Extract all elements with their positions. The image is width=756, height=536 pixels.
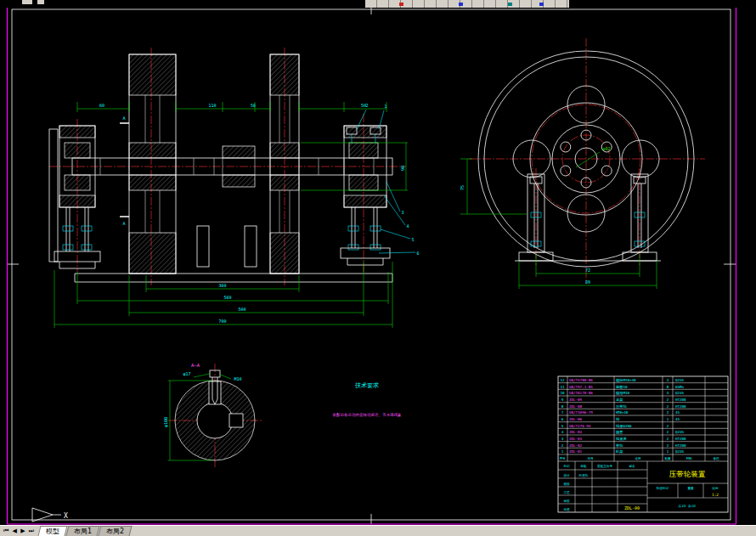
svg-text:10: 10 bbox=[560, 391, 565, 395]
section-label: A bbox=[122, 221, 125, 226]
titleblock-label: 重量 bbox=[687, 486, 694, 490]
section-label: A bbox=[122, 116, 125, 121]
drawing-number: ZDL-00 bbox=[624, 505, 640, 511]
svg-text:带轮: 带轮 bbox=[616, 443, 623, 448]
part-balloon: 1 bbox=[384, 104, 386, 109]
svg-text:ZDL-09: ZDL-09 bbox=[569, 398, 583, 402]
dimension-label: φ62 bbox=[602, 146, 610, 152]
selection-lines bbox=[8, 0, 736, 524]
dimension-label: 700 bbox=[218, 319, 226, 324]
bom-header: 材料 bbox=[685, 457, 692, 460]
notes-line: 装配后各运动件应转动灵活、无卡滞现象 bbox=[333, 412, 403, 417]
scale-value: 1:2 bbox=[712, 493, 719, 497]
svg-text:Q235: Q235 bbox=[675, 449, 685, 454]
sheet-frame bbox=[7, 4, 736, 524]
sheet-count: 共1张 第1张 bbox=[679, 505, 697, 508]
svg-text:Q235: Q235 bbox=[675, 430, 685, 434]
titleblock-label: 工艺 bbox=[563, 491, 570, 494]
svg-text:GB/T1096-79: GB/T1096-79 bbox=[569, 410, 593, 415]
svg-text:ZDL-03: ZDL-03 bbox=[569, 437, 583, 441]
titleblock-label: 审核 bbox=[563, 499, 570, 503]
svg-text:ZDL-04: ZDL-04 bbox=[569, 430, 583, 434]
tab-layout2[interactable]: 布局2 bbox=[99, 526, 133, 536]
svg-text:Q235: Q235 bbox=[675, 391, 685, 395]
ucs-icon: X bbox=[32, 508, 68, 522]
tab-nav-arrows[interactable]: ⏮ ◀ ▶ ⏭ bbox=[3, 526, 35, 536]
svg-text:轴: 轴 bbox=[616, 417, 619, 421]
svg-text:ZDL-08: ZDL-08 bbox=[569, 404, 583, 409]
svg-text:1: 1 bbox=[561, 449, 564, 454]
titleblock-label: 批准 bbox=[563, 508, 570, 511]
titleblock-label: 阶段标记 bbox=[657, 486, 669, 490]
dimension-label: φ17 bbox=[183, 371, 190, 377]
svg-text:8: 8 bbox=[667, 385, 669, 389]
svg-text:垫圈10: 垫圈10 bbox=[616, 385, 628, 389]
svg-text:HT200: HT200 bbox=[675, 398, 686, 402]
ucs-axis-label: X bbox=[64, 512, 68, 520]
svg-text:GB/T5780-86: GB/T5780-86 bbox=[569, 378, 593, 382]
bom-header: 数量 bbox=[664, 457, 671, 460]
toolbar-button[interactable] bbox=[37, 0, 44, 4]
svg-text:HT200: HT200 bbox=[675, 443, 686, 448]
assembly-view: A A 360 560 500 700 60 110 56 50 90 1 2 … bbox=[49, 48, 420, 328]
dimension-label: 56 bbox=[251, 103, 256, 108]
svg-text:11: 11 bbox=[560, 385, 565, 389]
svg-text:2: 2 bbox=[667, 437, 669, 441]
dimension-label: 90 bbox=[400, 166, 405, 171]
toolbar-button[interactable] bbox=[22, 0, 32, 4]
end-view: 72 89 75 φ62 bbox=[460, 38, 705, 289]
svg-text:螺栓M10×40: 螺栓M10×40 bbox=[616, 378, 636, 382]
dimension-label: 560 bbox=[223, 295, 231, 300]
bom-header: 备注 bbox=[713, 456, 719, 460]
svg-text:1: 1 bbox=[667, 449, 669, 454]
svg-text:Q235: Q235 bbox=[675, 378, 685, 382]
toolbar-icon bbox=[508, 3, 512, 6]
cad-window: A A 360 560 500 700 60 110 56 50 90 1 2 … bbox=[0, 0, 756, 536]
toolbar-icon bbox=[539, 3, 544, 6]
notes-title: 技术要求 bbox=[354, 382, 379, 389]
svg-text:9: 9 bbox=[561, 398, 564, 402]
bom-header: 名称 bbox=[635, 457, 641, 460]
svg-text:1: 1 bbox=[667, 417, 669, 421]
part-balloon: 5 bbox=[411, 237, 414, 242]
title-block: 序号 代号 名称 数量 材料 备注 12GB/T5780-86螺栓M10×404… bbox=[558, 376, 728, 512]
svg-text:4: 4 bbox=[561, 430, 564, 434]
toolbar-buttons[interactable] bbox=[365, 0, 569, 8]
svg-text:2: 2 bbox=[667, 424, 669, 428]
drawing-canvas[interactable]: A A 360 560 500 700 60 110 56 50 90 1 2 … bbox=[0, 0, 756, 536]
svg-text:螺母M10: 螺母M10 bbox=[616, 391, 629, 395]
right-bearing bbox=[341, 126, 390, 265]
svg-text:机架: 机架 bbox=[615, 449, 623, 454]
svg-text:压带轮: 压带轮 bbox=[616, 404, 627, 409]
svg-text:ZDL-01: ZDL-01 bbox=[569, 449, 583, 454]
titleblock-label: 签名 bbox=[629, 465, 635, 468]
section-view-label: A—A bbox=[191, 363, 200, 368]
toolbar-strip bbox=[0, 0, 756, 8]
technical-notes: 技术要求 装配后各运动件应转动灵活、无卡滞现象 bbox=[333, 382, 403, 417]
svg-text:45: 45 bbox=[675, 417, 680, 421]
part-balloon: 6 bbox=[416, 251, 419, 256]
bom-header: 序号 bbox=[559, 456, 566, 460]
tab-model[interactable]: 模型 bbox=[38, 526, 68, 536]
svg-text:4: 4 bbox=[667, 378, 669, 382]
detail-view: A—A M10 φ17 φ100 bbox=[163, 363, 262, 469]
dimension-label: 75 bbox=[460, 185, 465, 190]
dimension-label: φ100 bbox=[163, 417, 169, 427]
part-balloon: 4 bbox=[406, 223, 409, 229]
drawing-title: 压带轮装置 bbox=[669, 470, 706, 478]
titleblock-label: 校核 bbox=[562, 482, 570, 486]
svg-text:ZDL-02: ZDL-02 bbox=[569, 443, 583, 448]
svg-text:GB/T276-94: GB/T276-94 bbox=[569, 424, 591, 428]
toolbar-icon bbox=[459, 3, 463, 6]
bom-header: 代号 bbox=[587, 457, 594, 460]
svg-text:6: 6 bbox=[561, 417, 564, 421]
svg-text:8: 8 bbox=[561, 404, 564, 409]
svg-text:键8×40: 键8×40 bbox=[615, 410, 629, 415]
tab-layout1[interactable]: 布局1 bbox=[66, 526, 100, 536]
titleblock-label: 设计 bbox=[563, 473, 570, 477]
part-balloon: 3 bbox=[401, 210, 403, 215]
dimension-label: 500 bbox=[238, 307, 245, 312]
part-balloon: 2 bbox=[365, 103, 368, 108]
dimension-label: 72 bbox=[585, 268, 590, 273]
dimension-label: 89 bbox=[585, 279, 590, 285]
